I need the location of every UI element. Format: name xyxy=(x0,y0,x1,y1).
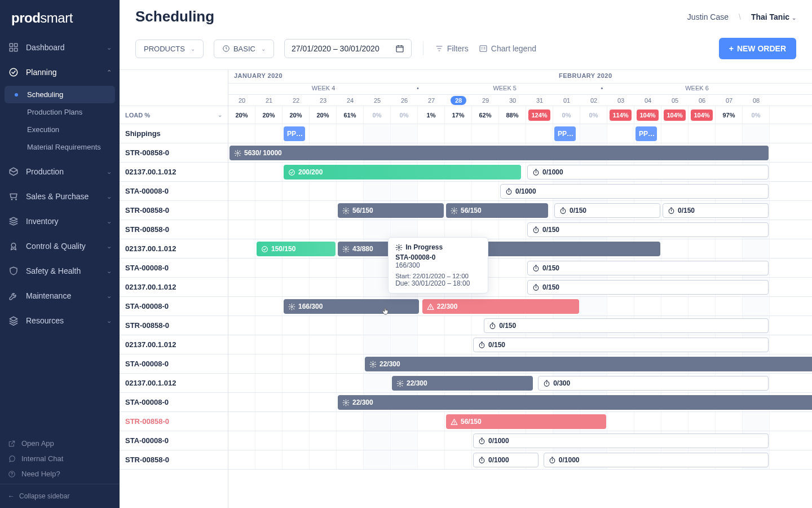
gantt-bar[interactable]: 56/150 xyxy=(446,414,606,429)
gantt-bar[interactable]: 0/1000 xyxy=(527,165,769,179)
gantt-bar[interactable]: PP… xyxy=(636,126,657,141)
row-label[interactable]: STR-00858-0 xyxy=(120,220,228,239)
gear-icon xyxy=(396,380,404,387)
bar-tooltip: In Progress STA-00008-0 166/300 Start: 2… xyxy=(388,237,488,294)
svg-point-4 xyxy=(10,68,17,76)
day-cell[interactable]: 03 xyxy=(607,95,634,106)
gantt-bar[interactable]: 200/200 xyxy=(284,165,521,179)
gantt-bar[interactable]: 0/150 xyxy=(663,203,769,218)
gantt-bar[interactable]: 0/150 xyxy=(554,203,660,218)
row-label[interactable]: Shippings xyxy=(120,124,228,143)
org-name[interactable]: Thai Tanic ⌄ xyxy=(751,12,796,21)
sidebar-item-production[interactable]: Production⌄ xyxy=(0,159,120,184)
gantt-bar[interactable]: 166/300 xyxy=(284,299,419,314)
day-cell[interactable]: 06 xyxy=(689,95,716,106)
day-cell[interactable]: 20 xyxy=(228,95,255,106)
day-cell[interactable]: 21 xyxy=(255,95,283,106)
gantt-row: 0/150 xyxy=(228,335,812,354)
row-label[interactable]: STR-00858-0 xyxy=(120,450,228,470)
gantt-bar[interactable]: 0/1000 xyxy=(500,184,769,199)
gantt-bar[interactable]: 0/1000 xyxy=(544,453,769,467)
gantt-bar[interactable]: 22/300 xyxy=(338,395,812,410)
footer-item-internal-chat[interactable]: Internal Chat xyxy=(8,451,112,466)
row-label[interactable]: STA-00008-0 xyxy=(120,182,228,201)
gantt-bar[interactable]: PP… xyxy=(554,126,576,141)
row-label[interactable]: 02137.00.1.012 xyxy=(120,335,228,354)
day-cell[interactable]: 24 xyxy=(337,95,364,106)
day-cell[interactable]: 31 xyxy=(526,95,553,106)
gantt-bar[interactable]: 0/150 xyxy=(484,318,769,333)
load-header[interactable]: LOAD % ⌄ xyxy=(120,106,228,124)
sidebar-item-planning[interactable]: Planning⌃ xyxy=(0,60,120,85)
sidebar-item-inventory[interactable]: Inventory⌄ xyxy=(0,209,120,234)
gear-icon xyxy=(234,150,241,157)
row-label[interactable]: STA-00008-0 xyxy=(120,297,228,316)
sidebar-item-maintenance[interactable]: Maintenance⌄ xyxy=(0,283,120,308)
filters-button[interactable]: Filters xyxy=(435,44,469,53)
day-cell[interactable]: 29 xyxy=(472,95,499,106)
row-label[interactable]: STR-00858-0 xyxy=(120,201,228,220)
row-label[interactable]: STR-00858-0 xyxy=(120,316,228,335)
sidebar-item-sales-purchase[interactable]: Sales & Purchase⌄ xyxy=(0,184,120,209)
day-cell[interactable]: 22 xyxy=(283,95,310,106)
user-name[interactable]: Justin Case xyxy=(687,12,729,21)
row-label[interactable]: STR-00858-0 xyxy=(120,412,228,431)
gantt-bar[interactable]: 0/150 xyxy=(527,222,769,237)
date-range-input[interactable]: 27/01/2020 – 30/01/2020 xyxy=(284,39,412,58)
day-cell[interactable]: 05 xyxy=(661,95,689,106)
day-cell[interactable]: 02 xyxy=(580,95,607,106)
sidebar-item-safety-health[interactable]: Safety & Health⌄ xyxy=(0,259,120,283)
gantt-bar[interactable]: 22/300 xyxy=(422,299,579,314)
row-label[interactable]: STA-00008-0 xyxy=(120,259,228,278)
gantt-bar[interactable]: 0/300 xyxy=(538,376,769,391)
gantt-bar[interactable]: 0/1000 xyxy=(473,453,539,467)
day-cell[interactable]: 25 xyxy=(364,95,391,106)
collapse-sidebar-button[interactable]: ← Collapse sidebar xyxy=(0,484,120,508)
sidebar-item-resources[interactable]: Resources⌄ xyxy=(0,308,120,333)
gantt-bar[interactable]: 56/150 xyxy=(338,203,444,218)
footer-item-open-app[interactable]: Open App xyxy=(8,436,112,451)
gantt-bar[interactable]: 43/880 xyxy=(338,242,660,256)
gantt-bar[interactable]: 0/150 xyxy=(527,261,769,275)
gantt-bar[interactable]: 150/150 xyxy=(257,242,336,256)
day-cell[interactable]: 01 xyxy=(553,95,580,106)
gantt-bar[interactable]: 0/150 xyxy=(473,338,769,352)
day-cell[interactable]: 27 xyxy=(418,95,445,106)
gantt-bar[interactable]: PP… xyxy=(284,126,305,141)
day-cell[interactable]: 04 xyxy=(634,95,661,106)
toolbar: PRODUCTS⌄ BASIC⌄ 27/01/2020 – 30/01/2020… xyxy=(120,33,812,70)
row-label[interactable]: STA-00008-0 xyxy=(120,393,228,412)
day-cell[interactable]: 07 xyxy=(716,95,743,106)
row-label[interactable]: 02137.00.1.012 xyxy=(120,163,228,182)
row-label[interactable]: STA-00008-0 xyxy=(120,431,228,450)
day-cell[interactable]: 30 xyxy=(499,95,526,106)
row-label[interactable]: 02137.00.1.012 xyxy=(120,239,228,259)
day-cell[interactable]: 28 xyxy=(445,95,472,106)
products-dropdown[interactable]: PRODUCTS⌄ xyxy=(135,40,204,58)
subnav-item-execution[interactable]: Execution xyxy=(0,121,120,138)
footer-item-need-help-[interactable]: Need Help? xyxy=(8,466,112,481)
subnav-item-scheduling[interactable]: Scheduling xyxy=(5,86,115,103)
sidebar-item-dashboard[interactable]: Dashboard⌄ xyxy=(0,35,120,60)
basic-dropdown[interactable]: BASIC⌄ xyxy=(214,40,274,58)
new-order-button[interactable]: + NEW ORDER xyxy=(719,38,796,59)
gantt-bar[interactable]: 56/150 xyxy=(446,203,548,218)
subnav-item-material-requirements[interactable]: Material Requirements xyxy=(0,138,120,156)
chevron-down-icon: ⌄ xyxy=(218,112,222,118)
chart-legend-button[interactable]: Chart legend xyxy=(479,44,536,53)
subnav-item-production-plans[interactable]: Production Plans xyxy=(0,103,120,121)
row-label[interactable]: STR-00858-0 xyxy=(120,143,228,163)
gantt-bar[interactable]: 0/1000 xyxy=(473,433,769,448)
gantt-bar[interactable]: 22/300 xyxy=(392,376,533,391)
gantt-bar[interactable]: 0/150 xyxy=(527,280,769,295)
day-cell[interactable]: 26 xyxy=(391,95,418,106)
gantt-bar[interactable]: 22/300 xyxy=(365,357,812,371)
day-cell[interactable]: 23 xyxy=(310,95,337,106)
day-cell[interactable]: 08 xyxy=(743,95,770,106)
row-label[interactable]: STA-00008-0 xyxy=(120,354,228,374)
sidebar-item-control-quality[interactable]: Control & Quality⌄ xyxy=(0,234,120,259)
gantt-bar[interactable]: 5630/ 10000 xyxy=(230,146,769,160)
row-label[interactable]: 02137.00.1.012 xyxy=(120,278,228,297)
load-cell: 104% xyxy=(634,106,661,124)
row-label[interactable]: 02137.00.1.012 xyxy=(120,374,228,393)
